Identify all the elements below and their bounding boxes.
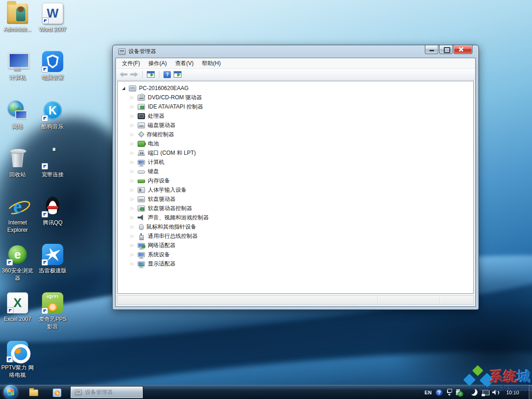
maximize-button[interactable]	[439, 45, 453, 54]
shortcut-arrow-icon	[6, 356, 13, 363]
device-tree-item-sound[interactable]: ▷ 声音、视频和游戏控制器	[118, 213, 473, 222]
device-tree-item-net[interactable]: ▷ 网络适配器	[118, 241, 473, 250]
expand-collapsed-icon[interactable]: ▷	[131, 160, 134, 164]
device-tree-item-floppyctl[interactable]: ▷ 软盘驱动器控制器	[118, 204, 473, 213]
desktop-icon-word[interactable]: W Word 2007	[36, 3, 69, 33]
desktop-icon-360[interactable]: e 360安全浏览器	[1, 244, 34, 282]
language-indicator[interactable]: EN	[423, 385, 434, 399]
device-tree-item-monitor[interactable]: ▷ 计算机	[118, 157, 473, 167]
device-tree-item-display[interactable]: ▷ 显示适配器	[118, 259, 473, 268]
expand-collapsed-icon[interactable]: ▷	[131, 169, 134, 174]
expand-collapsed-icon[interactable]: ▷	[131, 206, 134, 211]
360-icon: e	[7, 244, 28, 265]
desktop-icon-computer[interactable]: 计算机	[1, 51, 34, 81]
expand-collapsed-icon[interactable]: ▷	[131, 234, 134, 238]
expand-collapsed-icon[interactable]: ▷	[131, 96, 134, 100]
desktop: Administr... W Word 2007 计算机 电脑管家 网络 K 酷…	[0, 0, 532, 399]
device-manager-window: 设备管理器 文件(F)操作(A)查看(V)帮助(H) ? PC-20160620…	[112, 45, 479, 310]
hid-icon	[138, 187, 145, 193]
desktop-icon-kugou[interactable]: K 酷狗音乐	[36, 100, 69, 130]
device-tree-root[interactable]: PC-20160620EAAG	[118, 84, 473, 93]
volume-tray-icon[interactable]	[491, 385, 501, 399]
network-tray-icon[interactable]	[481, 385, 490, 399]
expand-collapsed-icon[interactable]: ▷	[131, 133, 134, 137]
window-titlebar[interactable]: 设备管理器	[113, 45, 478, 58]
floppy-icon	[138, 196, 145, 202]
show-window-icon[interactable]	[174, 71, 181, 78]
device-tree-item-disk[interactable]: ▷ 磁盘驱动器	[118, 121, 473, 130]
expand-expanded-icon[interactable]	[122, 87, 125, 90]
device-tree-item-memory[interactable]: ▷ 内存设备	[118, 176, 473, 185]
device-tree-item-hid[interactable]: ▷ 人体学输入设备	[118, 185, 473, 194]
expand-collapsed-icon[interactable]: ▷	[131, 151, 134, 155]
desktop-icon-guanjia[interactable]: 电脑管家	[36, 51, 69, 81]
device-tree-item-port[interactable]: ▷ 端口 (COM 和 LPT)	[118, 148, 473, 157]
device-tree-item-ide[interactable]: ▷ IDE ATA/ATAPI 控制器	[118, 102, 473, 111]
desktop-icon-pptv[interactable]: PPTV聚力 网络电视	[1, 341, 34, 379]
display-icon	[138, 261, 145, 266]
expand-collapsed-icon[interactable]: ▷	[131, 243, 134, 248]
console-window-icon[interactable]	[147, 71, 155, 78]
device-tree-item-storage[interactable]: ▷ 存储控制器	[118, 130, 473, 139]
shortcut-arrow-icon	[7, 307, 13, 314]
menu-item[interactable]: 查看(V)	[171, 58, 198, 69]
back-arrow-icon[interactable]	[120, 72, 127, 77]
desktop-icon-excel[interactable]: X Excel 2007	[1, 292, 34, 323]
hidden-icons-button[interactable]	[445, 385, 453, 399]
device-tree-item-mouse[interactable]: ▷ 鼠标和其他指针设备	[118, 222, 473, 231]
device-tree-item-sys[interactable]: ▷ 系统设备	[118, 250, 473, 259]
desktop-icon-ie[interactable]: e Internet Explorer	[1, 196, 34, 234]
desktop-icon-label: 计算机	[1, 74, 34, 81]
device-tree: PC-20160620EAAG ▷ DVD/CD-ROM 驱动器 ▷ IDE A…	[117, 81, 474, 294]
computer-icon	[7, 51, 28, 72]
explorer-taskbar-button[interactable]	[28, 387, 40, 398]
expand-collapsed-icon[interactable]: ▷	[131, 262, 134, 266]
media-player-taskbar-button[interactable]	[51, 387, 63, 398]
xunlei-icon	[42, 244, 63, 265]
menu-item[interactable]: 帮助(H)	[198, 58, 225, 69]
expand-collapsed-icon[interactable]: ▷	[131, 216, 134, 220]
expand-collapsed-icon[interactable]: ▷	[131, 225, 134, 229]
desktop-icon-xunlei[interactable]: 迅雷极速版	[36, 244, 69, 274]
desktop-icon-label: 电脑管家	[36, 74, 69, 81]
desktop-icon-admin[interactable]: Administr...	[1, 3, 34, 33]
show-desktop-button[interactable]	[529, 385, 532, 399]
clock[interactable]: 10:10	[503, 385, 522, 399]
device-manager-task-button[interactable]: 设备管理器	[70, 386, 143, 399]
expand-collapsed-icon[interactable]: ▷	[131, 197, 134, 201]
menu-item[interactable]: 文件(F)	[118, 58, 144, 69]
start-button[interactable]	[4, 385, 18, 399]
expand-collapsed-icon[interactable]: ▷	[131, 142, 134, 146]
device-tree-item-dvd[interactable]: ▷ DVD/CD-ROM 驱动器	[118, 93, 473, 102]
device-tree-item-keyboard[interactable]: ▷ 键盘	[118, 167, 473, 176]
expand-collapsed-icon[interactable]: ▷	[131, 253, 134, 257]
expand-collapsed-icon[interactable]: ▷	[131, 105, 134, 109]
shortcut-arrow-icon	[42, 115, 48, 121]
expand-collapsed-icon[interactable]: ▷	[131, 188, 134, 192]
desktop-icon-network[interactable]: 网络	[1, 100, 34, 130]
expand-collapsed-icon[interactable]: ▷	[131, 179, 134, 183]
shortcut-arrow-icon	[42, 18, 48, 24]
device-tree-item-floppy[interactable]: ▷ 软盘驱动器	[118, 194, 473, 204]
desktop-icon-iqiyi[interactable]: iQIYI 爱奇艺PPS 影音	[36, 292, 69, 330]
forward-arrow-icon[interactable]	[130, 72, 138, 77]
menu-item[interactable]: 操作(A)	[144, 58, 171, 69]
device-tree-item-cpu[interactable]: ▷ 处理器	[118, 111, 473, 121]
crescent-tray-icon[interactable]	[469, 385, 478, 399]
help-tray-icon[interactable]: ?	[434, 385, 444, 399]
desktop-icon-qq[interactable]: 腾讯QQ	[36, 196, 69, 226]
expand-collapsed-icon[interactable]: ▷	[131, 114, 134, 118]
minimize-button[interactable]	[425, 45, 438, 54]
device-tree-item-battery[interactable]: ▷ 电池	[118, 139, 473, 148]
shortcut-arrow-icon	[42, 211, 48, 218]
close-button[interactable]	[453, 45, 472, 54]
desktop-icon-broadband[interactable]: 宽带连接	[36, 148, 69, 178]
shortcut-arrow-icon	[42, 308, 48, 314]
desktop-icon-recycle[interactable]: 回收站	[1, 148, 34, 178]
statusbar-divider	[440, 296, 440, 303]
usb-tray-icon[interactable]	[453, 385, 464, 399]
expand-collapsed-icon[interactable]: ▷	[131, 123, 134, 127]
device-tree-item-usb[interactable]: ▷ 通用串行总线控制器	[118, 231, 473, 241]
help-icon[interactable]: ?	[163, 71, 171, 78]
kugou-icon: K	[42, 100, 63, 121]
